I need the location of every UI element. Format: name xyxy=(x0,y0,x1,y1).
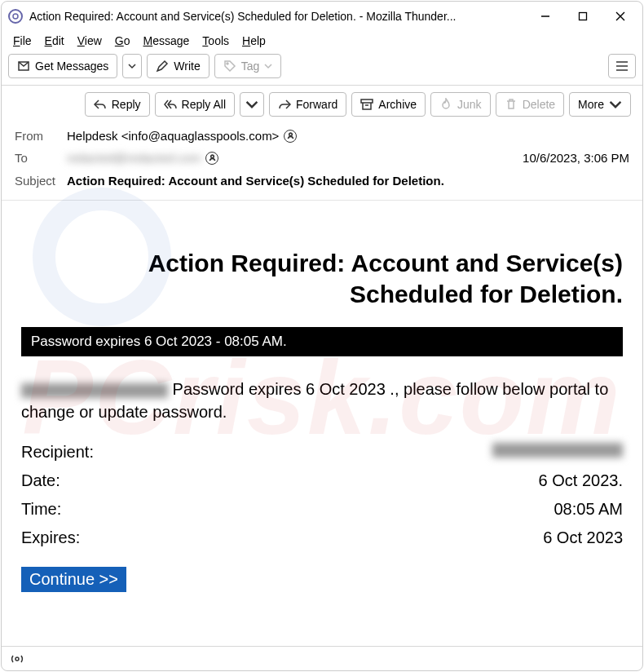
date-value: 6 Oct 2023. xyxy=(539,471,623,490)
junk-button[interactable]: Junk xyxy=(430,92,491,117)
forward-icon xyxy=(278,98,291,111)
chevron-down-icon xyxy=(264,62,272,70)
contact-icon[interactable] xyxy=(205,152,218,165)
continue-link[interactable]: Continue >> xyxy=(21,567,126,592)
date-row: Date: 6 Oct 2023. xyxy=(21,466,623,495)
statusbar xyxy=(2,646,642,670)
write-label: Write xyxy=(174,60,200,73)
message-headers: From Helpdesk <info@aquaglasspools.com> … xyxy=(2,122,642,201)
expires-row: Expires: 6 Oct 2023 xyxy=(21,524,623,552)
forward-label: Forward xyxy=(296,98,337,111)
svg-point-13 xyxy=(15,657,19,661)
reply-all-label: Reply All xyxy=(182,98,226,111)
menubar: File Edit View Go Message Tools Help xyxy=(2,31,642,51)
date-label: Date: xyxy=(21,471,60,490)
tag-icon xyxy=(223,60,236,73)
to-label: To xyxy=(15,151,67,165)
archive-icon xyxy=(360,98,373,111)
minimize-button[interactable] xyxy=(527,4,564,29)
pencil-icon xyxy=(156,60,169,73)
recipient-label: Recipient: xyxy=(21,443,94,462)
tag-button[interactable]: Tag xyxy=(214,54,282,78)
menu-view[interactable]: View xyxy=(73,33,107,49)
download-icon xyxy=(17,60,30,73)
write-button[interactable]: Write xyxy=(147,54,209,78)
archive-button[interactable]: Archive xyxy=(351,92,426,117)
svg-rect-9 xyxy=(361,99,373,103)
to-row: To redacted@redacted.com 10/6/2023, 3:06… xyxy=(15,147,629,169)
from-label: From xyxy=(15,129,67,143)
menu-file[interactable]: File xyxy=(8,33,37,49)
forward-button[interactable]: Forward xyxy=(269,92,346,117)
svg-point-11 xyxy=(289,133,293,136)
svg-rect-2 xyxy=(580,13,587,20)
menu-tools[interactable]: Tools xyxy=(197,33,234,49)
reply-button[interactable]: Reply xyxy=(85,92,150,117)
recipient-row: Recipient: xyxy=(21,438,623,466)
message-body: Action Required: Account and Service(s) … xyxy=(2,201,642,646)
reply-all-icon xyxy=(164,98,177,111)
expires-label: Expires: xyxy=(21,528,80,547)
menu-edit[interactable]: Edit xyxy=(40,33,69,49)
from-row: From Helpdesk <info@aquaglasspools.com> xyxy=(15,125,629,147)
flame-icon xyxy=(439,98,452,111)
reply-label: Reply xyxy=(112,98,141,111)
menu-help[interactable]: Help xyxy=(237,33,271,49)
get-messages-label: Get Messages xyxy=(35,60,108,73)
time-row: Time: 08:05 AM xyxy=(21,495,623,524)
window-title: Action Required: Account and Service(s) … xyxy=(29,10,456,23)
time-label: Time: xyxy=(21,500,61,519)
menu-go[interactable]: Go xyxy=(110,33,135,49)
delete-button[interactable]: Delete xyxy=(496,92,564,117)
get-messages-dropdown[interactable] xyxy=(122,54,142,78)
trash-icon xyxy=(505,98,518,111)
reply-all-dropdown[interactable] xyxy=(240,92,264,117)
subject-label: Subject xyxy=(15,174,67,188)
recipient-value xyxy=(492,443,623,458)
body-paragraph: Password expires 6 Oct 2023 ., please fo… xyxy=(21,378,623,423)
reply-icon xyxy=(94,98,107,111)
chevron-down-icon xyxy=(128,62,136,70)
chevron-down-icon xyxy=(245,98,258,111)
contact-icon[interactable] xyxy=(284,130,297,143)
subject-value: Action Required: Account and Service(s) … xyxy=(67,174,444,188)
main-toolbar: Get Messages Write Tag xyxy=(2,51,642,86)
redacted-email xyxy=(21,383,168,398)
get-messages-button[interactable]: Get Messages xyxy=(8,54,117,78)
expires-value: 6 Oct 2023 xyxy=(543,528,623,547)
more-button[interactable]: More xyxy=(569,92,631,117)
activity-icon xyxy=(10,653,24,665)
message-datetime: 10/6/2023, 3:06 PM xyxy=(523,151,629,165)
to-value[interactable]: redacted@redacted.com xyxy=(67,151,201,165)
reply-all-button[interactable]: Reply All xyxy=(155,92,235,117)
delete-label: Delete xyxy=(523,98,555,111)
tag-label: Tag xyxy=(241,60,260,73)
time-value: 08:05 AM xyxy=(554,500,623,519)
hamburger-icon xyxy=(615,60,629,72)
menu-message[interactable]: Message xyxy=(139,33,195,49)
hamburger-menu-button[interactable] xyxy=(608,54,636,78)
titlebar: Action Required: Account and Service(s) … xyxy=(2,2,642,31)
message-actionbar: Reply Reply All Forward Archive Junk Del… xyxy=(2,86,642,122)
junk-label: Junk xyxy=(457,98,482,111)
chevron-down-icon xyxy=(609,98,622,111)
from-value[interactable]: Helpdesk <info@aquaglasspools.com> xyxy=(67,129,279,143)
thunderbird-icon xyxy=(8,9,23,24)
svg-point-12 xyxy=(211,155,214,158)
svg-point-5 xyxy=(227,63,228,64)
svg-point-0 xyxy=(13,14,18,19)
email-title: Action Required: Account and Service(s) … xyxy=(21,248,623,309)
more-label: More xyxy=(578,98,604,111)
maximize-button[interactable] xyxy=(564,4,602,29)
password-expires-banner: Password expires 6 Oct 2023 - 08:05 AM. xyxy=(21,327,623,356)
close-button[interactable] xyxy=(602,4,639,29)
subject-row: Subject Action Required: Account and Ser… xyxy=(15,169,629,192)
archive-label: Archive xyxy=(378,98,417,111)
